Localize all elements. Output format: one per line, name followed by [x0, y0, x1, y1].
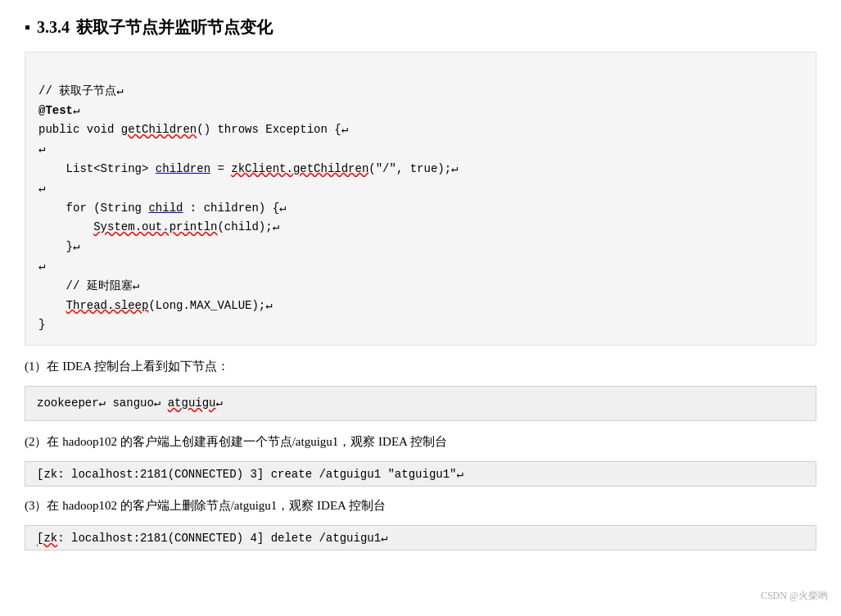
output-line-1: zookeeper↵	[37, 396, 106, 410]
para-2: (2）在 hadoop102 的客户端上创建再创建一个节点/atguigu1，观…	[25, 431, 816, 453]
output-line-2: sanguo↵	[112, 396, 161, 410]
para-3: (3）在 hadoop102 的客户端上删除节点/atguigu1，观察 IDE…	[25, 495, 816, 517]
command-block-1: [zk: localhost:2181(CONNECTED) 3] create…	[25, 461, 816, 487]
code-method-sig: public void getChildren() throws Excepti…	[38, 123, 348, 136]
section-number: 3.3.4	[37, 18, 70, 37]
command-2-text: [zk: localhost:2181(CONNECTED) 4] delete…	[37, 532, 388, 545]
code-annotation: @Test	[38, 104, 73, 117]
section-title: ▪ 3.3.4 获取子节点并监听节点变化	[25, 16, 816, 38]
output-block-1: zookeeper↵ sanguo↵ atguigu↵	[25, 386, 816, 421]
watermark: CSDN @火柴哟	[761, 589, 828, 603]
command-1-text: [zk: localhost:2181(CONNECTED) 3] create…	[37, 468, 463, 481]
para-1: (1）在 IDEA 控制台上看到如下节点：	[25, 356, 816, 378]
code-comment-1: // 获取子节点↵	[38, 84, 124, 97]
section-text: 获取子节点并监听节点变化	[76, 16, 273, 38]
code-block: // 获取子节点↵ @Test↵ public void getChildren…	[25, 52, 816, 346]
bullet-icon: ▪	[25, 18, 30, 37]
output-line-3: atguigu↵	[168, 396, 223, 410]
command-block-2: [zk: localhost:2181(CONNECTED) 4] delete…	[25, 525, 816, 550]
